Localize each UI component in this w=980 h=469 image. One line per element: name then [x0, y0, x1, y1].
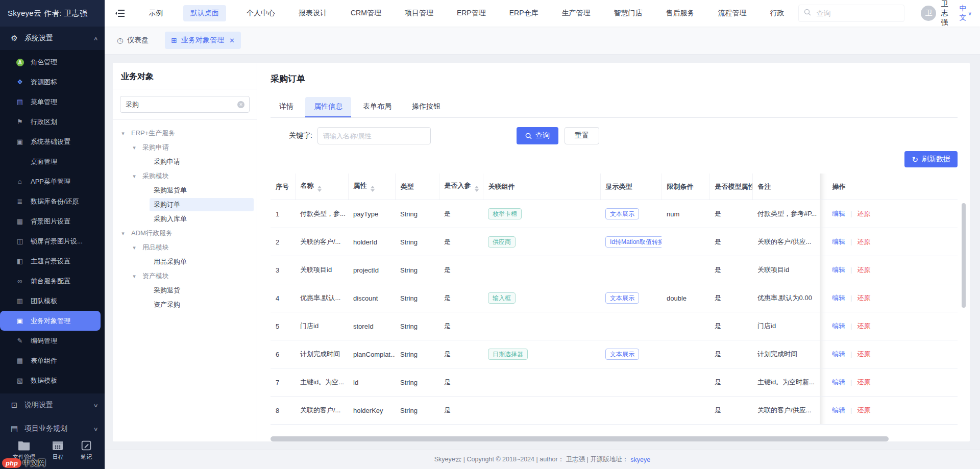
- tab-dashboard[interactable]: ◷ 仪表盘: [114, 32, 152, 49]
- horizontal-scrollbar-thumb[interactable]: [271, 436, 889, 441]
- sidebar-item-菜单管理[interactable]: ▤菜单管理: [0, 92, 105, 112]
- restore-link[interactable]: 还原: [857, 350, 870, 358]
- nav-item-生产管理[interactable]: 生产管理: [558, 5, 593, 21]
- edit-link[interactable]: 编辑: [832, 210, 845, 217]
- reset-button[interactable]: 重置: [565, 127, 599, 144]
- nav-item-ERP管理[interactable]: ERP管理: [454, 5, 489, 21]
- nav-item-CRM管理[interactable]: CRM管理: [348, 5, 384, 21]
- sort-icon[interactable]: [317, 186, 322, 192]
- sidebar-item-表单组件[interactable]: ▤表单组件: [0, 351, 105, 371]
- restore-link[interactable]: 还原: [857, 238, 870, 245]
- refresh-data-button[interactable]: ↻ 刷新数据: [904, 151, 958, 167]
- tree-node-ADM行政服务[interactable]: ▾ADM行政服务: [113, 226, 254, 240]
- sidebar-item-主题背景设置[interactable]: ◧主题背景设置: [0, 251, 105, 271]
- sidebar-item-数据模板[interactable]: ▧数据模板: [0, 371, 105, 390]
- nav-item-项目管理[interactable]: 项目管理: [402, 5, 436, 21]
- sidebar-item-桌面管理[interactable]: 桌面管理: [0, 152, 105, 171]
- edit-link[interactable]: 编辑: [832, 350, 845, 358]
- edit-link[interactable]: 编辑: [832, 378, 845, 386]
- tree-node-采购退货[interactable]: 采购退货: [113, 283, 254, 298]
- sidebar-section-说明设置[interactable]: ⊡说明设置∨: [0, 393, 105, 417]
- tree-node-采购退货单[interactable]: 采购退货单: [113, 183, 254, 198]
- edit-link[interactable]: 编辑: [832, 406, 845, 414]
- sidebar-section-系统设置[interactable]: ⚙系统设置∧: [0, 27, 105, 50]
- sidebar-footer-笔记[interactable]: 笔记: [81, 440, 92, 461]
- restore-link[interactable]: 还原: [857, 406, 870, 414]
- restore-link[interactable]: 还原: [857, 294, 870, 302]
- restore-link[interactable]: 还原: [857, 322, 870, 330]
- nav-item-默认桌面[interactable]: 默认桌面: [183, 5, 226, 21]
- sidebar-item-系统基础设置[interactable]: ▣系统基础设置: [0, 132, 105, 152]
- edit-link[interactable]: 编辑: [832, 294, 845, 302]
- column-header-限制条件: 限制条件: [662, 174, 709, 200]
- nav-item-个人中心[interactable]: 个人中心: [243, 5, 278, 21]
- sidebar-section-项目业务规划[interactable]: ▤项目业务规划∨: [0, 417, 105, 432]
- caret-down-icon[interactable]: ▾: [119, 230, 127, 237]
- nav-item-报表设计[interactable]: 报表设计: [296, 5, 330, 21]
- sort-icon[interactable]: [475, 186, 479, 192]
- encode-icon: ✎: [15, 337, 24, 344]
- column-header-名称[interactable]: 名称: [295, 174, 348, 200]
- sidebar-item-前台服务配置[interactable]: ∞前台服务配置: [0, 271, 105, 291]
- language-selector[interactable]: 中文 ∨: [959, 4, 971, 22]
- tree-node-资产模块[interactable]: ▾资产模块: [113, 269, 254, 283]
- tree-node-用品采购单[interactable]: 用品采购单: [113, 255, 254, 269]
- edit-link[interactable]: 编辑: [832, 238, 845, 245]
- caret-down-icon[interactable]: ▾: [130, 244, 138, 251]
- tree-node-资产采购[interactable]: 资产采购: [113, 298, 254, 312]
- sidebar-item-行政区划[interactable]: ⚑行政区划: [0, 112, 105, 132]
- tree-node-采购申请[interactable]: ▾采购申请: [113, 140, 254, 155]
- vertical-scrollbar[interactable]: [962, 203, 966, 308]
- sidebar-footer-日程[interactable]: 日程: [52, 440, 63, 461]
- column-header-是否入参[interactable]: 是否入参: [439, 174, 483, 200]
- sidebar-item-锁屏背景图片设...[interactable]: ◫锁屏背景图片设...: [0, 231, 105, 251]
- sidebar-item-业务对象管理[interactable]: ▣业务对象管理: [0, 311, 101, 331]
- tree-node-用品模块[interactable]: ▾用品模块: [113, 240, 254, 255]
- nav-item-示例[interactable]: 示例: [145, 5, 166, 21]
- sidebar-item-背景图片设置[interactable]: ▦背景图片设置: [0, 211, 105, 231]
- clear-icon[interactable]: ✕: [237, 101, 244, 108]
- opensource-link[interactable]: skyeye: [630, 456, 650, 463]
- sidebar-item-数据库备份/还原[interactable]: ≣数据库备份/还原: [0, 191, 105, 211]
- global-search-input[interactable]: [815, 9, 899, 18]
- tree-node-采购订单[interactable]: 采购订单: [113, 198, 254, 212]
- close-icon[interactable]: ✕: [229, 37, 235, 44]
- tree-node-采购入库单[interactable]: 采购入库单: [113, 212, 254, 226]
- restore-link[interactable]: 还原: [857, 378, 870, 386]
- tree-node-ERP+生产服务[interactable]: ▾ERP+生产服务: [113, 126, 254, 140]
- caret-down-icon[interactable]: ▾: [130, 144, 138, 151]
- keyword-input[interactable]: [317, 127, 431, 144]
- tree-node-采购模块[interactable]: ▾采购模块: [113, 169, 254, 183]
- caret-down-icon[interactable]: ▾: [119, 130, 127, 137]
- tab-business-object-management[interactable]: ⊞ 业务对象管理 ✕: [165, 32, 241, 49]
- detail-tab-操作按钮[interactable]: 操作按钮: [403, 97, 449, 117]
- restore-link[interactable]: 还原: [857, 210, 870, 217]
- sort-icon[interactable]: [371, 186, 375, 192]
- sidebar-item-编码管理[interactable]: ✎编码管理: [0, 331, 105, 351]
- edit-link[interactable]: 编辑: [832, 266, 845, 274]
- detail-tab-属性信息[interactable]: 属性信息: [305, 97, 351, 117]
- sidebar-footer-文件管理[interactable]: 文件管理: [13, 440, 35, 461]
- caret-down-icon[interactable]: ▾: [130, 273, 138, 280]
- nav-item-售后服务[interactable]: 售后服务: [663, 5, 697, 21]
- detail-tab-表单布局[interactable]: 表单布局: [354, 97, 400, 117]
- user-avatar[interactable]: 卫: [921, 6, 936, 21]
- edit-link[interactable]: 编辑: [832, 322, 845, 330]
- tree-node-采购申请[interactable]: 采购申请: [113, 155, 254, 169]
- sidebar-item-团队模板[interactable]: ▥团队模板: [0, 291, 105, 311]
- tree-search-input[interactable]: [120, 96, 250, 113]
- restore-link[interactable]: 还原: [857, 266, 870, 274]
- caret-down-icon[interactable]: ▾: [130, 173, 138, 180]
- sidebar-item-资源图标[interactable]: ❖资源图标: [0, 72, 105, 92]
- column-header-属性[interactable]: 属性: [348, 174, 395, 200]
- column-header-label: 属性: [354, 182, 367, 189]
- nav-item-流程管理[interactable]: 流程管理: [715, 5, 749, 21]
- sidebar-item-角色管理[interactable]: A角色管理: [0, 52, 105, 72]
- nav-item-行政[interactable]: 行政: [767, 5, 787, 21]
- nav-item-ERP仓库[interactable]: ERP仓库: [506, 5, 542, 21]
- sidebar-item-APP菜单管理[interactable]: ⌂APP菜单管理: [0, 171, 105, 191]
- nav-item-智慧门店[interactable]: 智慧门店: [610, 5, 645, 21]
- detail-tab-详情[interactable]: 详情: [271, 97, 302, 117]
- query-button[interactable]: 查询: [517, 127, 558, 144]
- sidebar-collapse-icon[interactable]: [115, 9, 125, 18]
